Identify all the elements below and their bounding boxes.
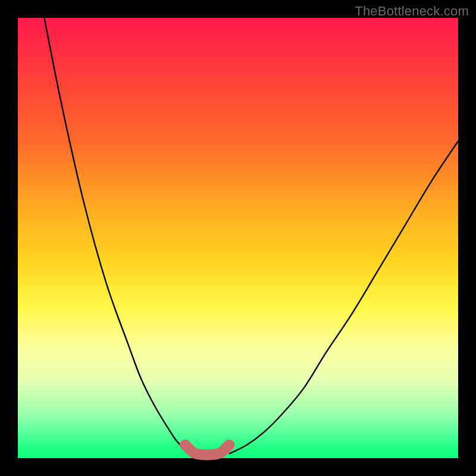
curve-layer	[18, 18, 458, 458]
bottom-marker	[185, 445, 229, 455]
marker-dot-right	[224, 440, 234, 450]
chart-frame: TheBottleneck.com	[0, 0, 476, 476]
marker-dot-left	[180, 440, 190, 450]
left-curve	[44, 18, 194, 454]
plot-area	[18, 18, 458, 458]
right-curve	[229, 141, 458, 453]
watermark-text: TheBottleneck.com	[355, 4, 469, 19]
